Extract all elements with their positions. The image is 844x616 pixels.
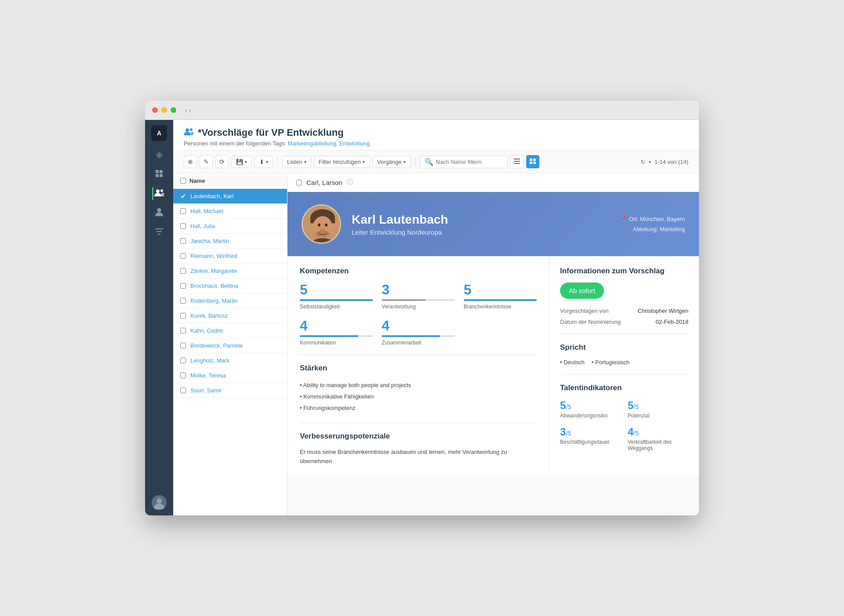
svg-point-12 <box>186 128 189 132</box>
list-item[interactable]: Reimann, Winfried <box>173 249 287 264</box>
svg-point-13 <box>190 128 193 131</box>
list-item[interactable]: Brockhaus, Bettina <box>173 279 287 294</box>
plus-icon: ⊕ <box>188 158 193 165</box>
item-checkbox[interactable] <box>180 283 186 289</box>
comp-bar-container <box>300 299 373 301</box>
avatar-image <box>303 206 340 243</box>
talent-score-max: /5 <box>566 430 571 437</box>
carl-header: Carl, Larson ⓘ <box>287 173 699 192</box>
comp-bar <box>382 335 440 337</box>
list-item[interactable]: Kahn, Cedric <box>173 323 287 338</box>
language-item: • Deutsch <box>560 359 585 366</box>
refresh-icon[interactable]: ↻ <box>640 159 645 165</box>
list-item[interactable]: Zänker, Margarete <box>173 264 287 279</box>
divider-4 <box>560 374 688 375</box>
header-subtitle: Personen mit einem der folgenden Tags: M… <box>184 140 688 147</box>
info-icon[interactable]: ⓘ <box>347 178 353 186</box>
item-checkbox[interactable] <box>180 223 186 229</box>
item-checkbox[interactable] <box>180 328 186 333</box>
talent-grid: 5/5 Abwanderungsrisiko 5/5 Potenzial 3/5… <box>560 399 688 451</box>
filter-button[interactable]: Filter hinzufügen ▾ <box>314 156 370 168</box>
card-view-button[interactable] <box>526 155 539 168</box>
forward-arrow[interactable]: › <box>189 107 191 114</box>
comp-score: 5 <box>300 283 373 297</box>
sidebar-item-add[interactable]: ⊕ <box>150 146 168 164</box>
language-item: • Portugiesisch <box>592 359 629 366</box>
vorgange-arrow: ▾ <box>404 159 406 164</box>
comp-bar <box>300 299 373 301</box>
profile-avatar <box>302 204 341 244</box>
main-content: *Vorschläge für VP Entwicklung Personen … <box>173 120 699 515</box>
svg-rect-20 <box>533 162 536 164</box>
item-checkbox[interactable] <box>180 373 186 378</box>
list-item[interactable]: Kurek, Bartosz <box>173 308 287 323</box>
item-checkbox[interactable] <box>180 268 186 274</box>
list-view-button[interactable] <box>510 155 524 168</box>
list-item[interactable]: Lengholz, Mark <box>173 353 287 368</box>
maximize-button[interactable] <box>171 107 176 113</box>
divider-3 <box>560 334 688 334</box>
item-checkbox[interactable] <box>180 238 186 244</box>
list-item[interactable]: Molke, Teresa <box>173 368 287 383</box>
export-button[interactable]: ⬇ ▾ <box>255 156 273 168</box>
svg-point-11 <box>156 498 162 504</box>
list-item[interactable]: Souri, Samir <box>173 383 287 398</box>
search-input[interactable] <box>436 159 503 165</box>
history-button[interactable]: ⟳ <box>215 155 229 168</box>
comp-score: 4 <box>300 319 373 333</box>
sidebar-item-person[interactable] <box>150 204 168 222</box>
list-item[interactable]: Lautenbach, Karl <box>173 189 287 204</box>
item-checkbox[interactable] <box>180 298 186 304</box>
comp-bar <box>464 299 537 301</box>
card-view-icon <box>530 159 536 165</box>
item-checkbox[interactable] <box>180 253 186 259</box>
list-item[interactable]: Hall, Julia <box>173 219 287 234</box>
active-indicator <box>152 187 153 200</box>
item-checkbox[interactable] <box>180 358 186 363</box>
list-item[interactable]: Bordewieck, Pamela <box>173 338 287 353</box>
close-button[interactable] <box>152 107 158 113</box>
search-box[interactable]: 🔍 <box>420 156 508 168</box>
svg-rect-1 <box>160 170 163 173</box>
list-item[interactable]: Holt, Michael <box>173 204 287 219</box>
list-item[interactable]: Rodenberg, Martin <box>173 294 287 308</box>
svg-rect-18 <box>533 159 536 161</box>
page-title: *Vorschläge für VP Entwicklung <box>198 127 344 138</box>
talent-item: 5/5 Abwanderungsrisiko <box>560 399 621 419</box>
item-checkbox[interactable] <box>180 388 186 393</box>
edit-button[interactable]: ✎ <box>200 155 213 168</box>
item-checkbox[interactable] <box>180 193 186 199</box>
add-button[interactable]: ⊕ <box>184 155 197 168</box>
select-all-checkbox[interactable] <box>180 178 186 184</box>
carl-checkbox[interactable] <box>296 180 302 185</box>
sidebar-item-people[interactable] <box>150 185 168 203</box>
vorgange-button[interactable]: Vorgänge ▾ <box>372 156 411 168</box>
sidebar-logo[interactable]: A <box>151 125 167 141</box>
lists-button[interactable]: Listen ▾ <box>282 156 311 168</box>
comp-label: Branchenkenntnisse <box>464 304 537 310</box>
item-checkbox[interactable] <box>180 208 186 214</box>
list-item[interactable]: Janicha, Martin <box>173 234 287 249</box>
talent-label: Beschäftigungsdauer <box>560 439 621 445</box>
export-arrow: ▾ <box>266 159 268 164</box>
back-arrow[interactable]: ‹ <box>185 107 187 114</box>
pagination-text: 1-14 von (14) <box>655 159 688 165</box>
sidebar-item-dashboard[interactable] <box>150 166 168 183</box>
dropdown-arrow[interactable]: ▾ <box>649 159 651 164</box>
svg-point-25 <box>318 224 320 227</box>
tags-link[interactable]: Marketingabteilung, Entwicklung <box>288 140 370 147</box>
talent-title: Talentindikatoren <box>560 384 688 392</box>
item-checkbox[interactable] <box>180 343 186 348</box>
strengths-list: Ability to manage both people and projec… <box>300 380 537 414</box>
detail-right: Informationen zum Vorschlag Ab sofort Vo… <box>549 256 699 477</box>
competency-item: 3 Verantwortung <box>382 283 455 310</box>
comp-bar-container <box>382 299 455 301</box>
svg-rect-19 <box>530 162 532 164</box>
minimize-button[interactable] <box>161 107 167 113</box>
save-options-button[interactable]: 💾 ▾ <box>231 156 252 168</box>
user-avatar[interactable] <box>152 495 167 510</box>
item-checkbox[interactable] <box>180 313 186 319</box>
improvements-text: Er muss seine Branchenkenntnisse ausbaue… <box>300 448 537 466</box>
nav-arrows[interactable]: ‹ › <box>185 107 191 114</box>
sidebar-item-filters[interactable] <box>150 224 168 241</box>
